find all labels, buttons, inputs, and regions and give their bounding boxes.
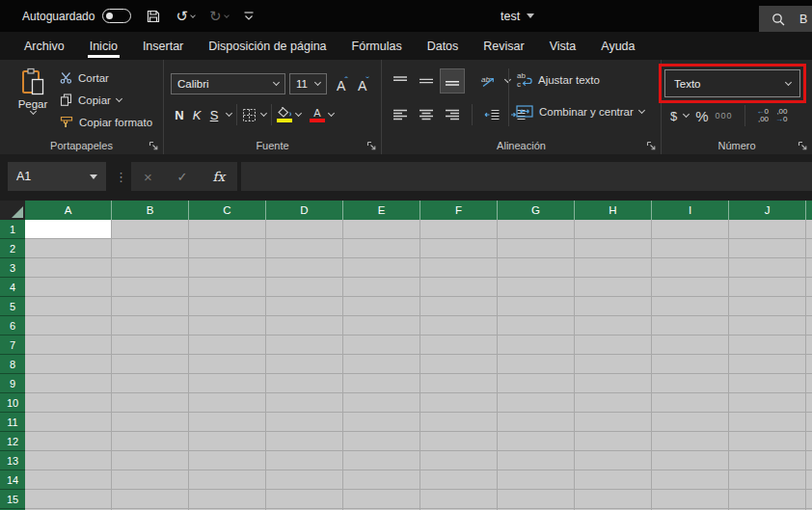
column-header-B[interactable]: B [112, 201, 189, 220]
cell-x14[interactable] [806, 470, 812, 490]
font-dialog-launcher[interactable] [366, 141, 376, 150]
cell-G5[interactable] [498, 297, 575, 316]
underline-dropdown-icon[interactable] [226, 110, 232, 117]
cell-B9[interactable] [112, 374, 189, 393]
cell-H12[interactable] [575, 432, 652, 451]
cell-B15[interactable] [112, 490, 189, 509]
cell-x8[interactable] [806, 355, 812, 374]
cell-J1[interactable] [729, 220, 806, 239]
row-header-14[interactable]: 14 [0, 470, 25, 490]
cell-I2[interactable] [652, 239, 729, 258]
enter-button[interactable]: ✓ [177, 170, 188, 184]
cell-x2[interactable] [806, 239, 812, 258]
cell-E13[interactable] [343, 451, 420, 470]
number-format-dropdown-icon[interactable] [785, 78, 792, 85]
cell-B3[interactable] [112, 258, 189, 278]
cell-B7[interactable] [112, 336, 189, 355]
cell-x7[interactable] [806, 336, 812, 355]
copy-button[interactable]: Copiar [60, 93, 152, 107]
cell-D2[interactable] [266, 239, 343, 258]
cell-C5[interactable] [189, 297, 266, 316]
number-format-combo[interactable]: Texto [664, 69, 800, 97]
cell-x11[interactable] [806, 413, 812, 432]
cell-B1[interactable] [112, 220, 189, 239]
cell-D11[interactable] [266, 413, 343, 432]
cell-D10[interactable] [266, 393, 343, 413]
row-header-13[interactable]: 13 [0, 451, 25, 470]
document-title[interactable]: test [501, 0, 534, 32]
number-dialog-launcher[interactable] [798, 141, 807, 150]
cell-F3[interactable] [420, 258, 498, 278]
cell-F13[interactable] [420, 451, 498, 470]
cell-B2[interactable] [112, 239, 189, 258]
cell-B6[interactable] [112, 316, 189, 336]
cell-G11[interactable] [498, 413, 575, 432]
cell-A5[interactable] [25, 297, 112, 316]
cell-C12[interactable] [189, 432, 266, 451]
redo-dropdown-icon[interactable] [224, 13, 230, 18]
cell-A3[interactable] [25, 258, 112, 278]
column-header-F[interactable]: F [420, 201, 498, 220]
cell-B13[interactable] [112, 451, 189, 470]
column-header-G[interactable]: G [498, 201, 575, 220]
cell-J15[interactable] [729, 490, 806, 509]
cell-D8[interactable] [266, 355, 343, 374]
cell-F1[interactable] [420, 220, 498, 239]
cell-J2[interactable] [729, 239, 806, 258]
cell-G6[interactable] [498, 316, 575, 336]
cell-G10[interactable] [498, 393, 575, 413]
cell-G3[interactable] [498, 258, 575, 278]
cell-H15[interactable] [575, 490, 652, 509]
cell-C1[interactable] [189, 220, 266, 239]
formula-input[interactable] [241, 162, 812, 191]
cell-J3[interactable] [729, 258, 806, 278]
cell-I4[interactable] [652, 278, 729, 297]
column-header-A[interactable]: A [25, 201, 112, 220]
cell-G2[interactable] [498, 239, 575, 258]
cell-I6[interactable] [652, 316, 729, 336]
column-header-partial[interactable] [806, 201, 812, 220]
cell-D12[interactable] [266, 432, 343, 451]
column-header-H[interactable]: H [575, 201, 652, 220]
cell-I12[interactable] [652, 432, 729, 451]
cell-A2[interactable] [25, 239, 112, 258]
cell-H11[interactable] [575, 413, 652, 432]
cell-E12[interactable] [343, 432, 420, 451]
thousands-button[interactable]: 000 [716, 111, 733, 121]
cell-D7[interactable] [266, 336, 343, 355]
cell-x15[interactable] [806, 490, 812, 509]
row-header-7[interactable]: 7 [0, 336, 25, 355]
align-left-button[interactable] [389, 103, 412, 126]
row-header-12[interactable]: 12 [0, 432, 25, 451]
tab-datos[interactable]: Datos [415, 32, 472, 60]
cell-B11[interactable] [112, 413, 189, 432]
column-header-E[interactable]: E [343, 201, 420, 220]
name-box[interactable]: A1 [8, 162, 106, 191]
cell-G7[interactable] [498, 336, 575, 355]
cell-G9[interactable] [498, 374, 575, 393]
cell-D5[interactable] [266, 297, 343, 316]
cell-A9[interactable] [25, 374, 112, 393]
tab-archivo[interactable]: Archivo [12, 32, 77, 60]
cell-E3[interactable] [343, 258, 420, 278]
align-bottom-button[interactable] [441, 69, 464, 93]
cell-D9[interactable] [266, 374, 343, 393]
shrink-font-button[interactable]: Aˇ [358, 75, 369, 94]
cell-G13[interactable] [498, 451, 575, 470]
cell-D13[interactable] [266, 451, 343, 470]
cell-D14[interactable] [266, 470, 343, 490]
cell-x6[interactable] [806, 316, 812, 336]
italic-button[interactable]: K [188, 108, 205, 122]
cell-B4[interactable] [112, 278, 189, 297]
cell-D3[interactable] [266, 258, 343, 278]
cell-H4[interactable] [575, 278, 652, 297]
insert-function-button[interactable]: fx [212, 169, 225, 184]
cell-J8[interactable] [729, 355, 806, 374]
bold-button[interactable]: N [171, 108, 188, 122]
tab-f-rmulas[interactable]: Fórmulas [339, 32, 415, 60]
cell-x5[interactable] [806, 297, 812, 316]
column-header-J[interactable]: J [729, 201, 806, 220]
tab-disposici-n-de-p-gina[interactable]: Disposición de página [196, 32, 338, 60]
cell-E15[interactable] [343, 490, 420, 509]
cell-A8[interactable] [25, 355, 112, 374]
